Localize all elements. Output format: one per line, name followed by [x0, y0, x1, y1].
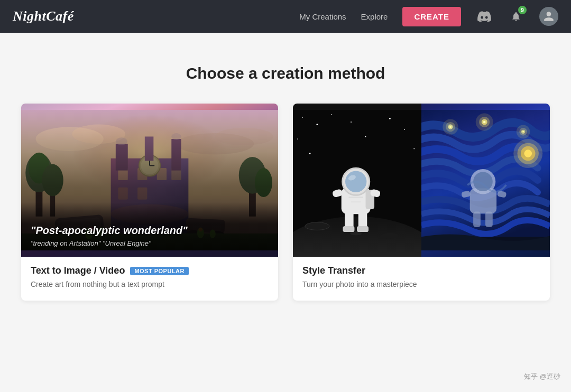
watermark: 知乎 @逗砂 — [524, 372, 560, 381]
svg-point-53 — [297, 138, 298, 139]
svg-point-54 — [413, 148, 415, 149]
notification-bell-icon[interactable]: 9 — [508, 8, 524, 25]
style-transfer-description: Turn your photo into a masterpiece — [302, 279, 540, 290]
card-overlay-tti: "Post-apocalyptic wonderland" "trending … — [21, 202, 278, 257]
card-title: Text to Image / Video — [31, 265, 125, 276]
most-popular-badge: MOST POPULAR — [130, 267, 189, 275]
explore-link[interactable]: Explore — [361, 12, 388, 21]
svg-point-60 — [350, 231, 362, 235]
style-transfer-card-info: Style Transfer Turn your photo into a ma… — [293, 257, 550, 301]
main-content: Choose a creation method — [11, 33, 560, 322]
my-creations-link[interactable]: My Creations — [299, 12, 346, 21]
style-transfer-title: Style Transfer — [302, 265, 365, 276]
text-to-image-card-info: Text to Image / Video MOST POPULAR Creat… — [21, 257, 278, 301]
svg-point-83 — [483, 121, 486, 124]
svg-point-87 — [522, 131, 524, 133]
logo[interactable]: NightCafé — [13, 8, 74, 24]
svg-point-59 — [381, 233, 399, 239]
user-avatar[interactable] — [539, 7, 558, 26]
svg-point-49 — [331, 114, 332, 115]
svg-point-52 — [404, 129, 405, 130]
text-to-image-card[interactable]: "Post-apocalyptic wonderland" "trending … — [21, 104, 278, 301]
svg-point-55 — [309, 153, 311, 154]
card-description: Create art from nothing but a text promp… — [31, 279, 269, 290]
svg-point-47 — [302, 117, 303, 118]
create-button[interactable]: CREATE — [402, 7, 461, 26]
card-overlay-title: "Post-apocalyptic wonderland" — [31, 223, 269, 237]
svg-rect-63 — [343, 226, 354, 232]
navbar-right: My Creations Explore CREATE 9 — [299, 7, 558, 26]
card-title-row: Text to Image / Video MOST POPULAR — [31, 265, 269, 276]
svg-point-70 — [345, 171, 366, 192]
style-transfer-card-image — [293, 104, 550, 257]
svg-rect-61 — [345, 212, 354, 229]
text-to-image-card-image: "Post-apocalyptic wonderland" "trending … — [21, 104, 278, 257]
svg-rect-64 — [357, 226, 369, 232]
cards-grid: "Post-apocalyptic wonderland" "trending … — [21, 104, 550, 301]
astronaut-image — [293, 104, 421, 257]
starry-night-image — [421, 104, 550, 257]
svg-rect-93 — [485, 212, 493, 227]
discord-icon[interactable] — [476, 8, 493, 25]
svg-point-58 — [305, 222, 329, 230]
svg-point-79 — [449, 126, 452, 128]
svg-point-48 — [316, 124, 318, 125]
card-overlay-subtitle: "trending on Artstation" "Unreal Engine" — [31, 239, 269, 247]
notification-badge: 9 — [518, 6, 527, 14]
svg-rect-62 — [358, 212, 367, 229]
style-transfer-card[interactable]: Style Transfer Turn your photo into a ma… — [293, 104, 550, 301]
page-title: Choose a creation method — [21, 64, 550, 82]
style-transfer-title-row: Style Transfer — [302, 265, 540, 276]
navbar: NightCafé My Creations Explore CREATE 9 — [0, 0, 571, 33]
svg-point-51 — [389, 118, 391, 119]
svg-point-50 — [351, 122, 352, 123]
svg-point-91 — [524, 150, 532, 157]
svg-rect-92 — [473, 212, 481, 227]
svg-point-56 — [365, 136, 366, 137]
